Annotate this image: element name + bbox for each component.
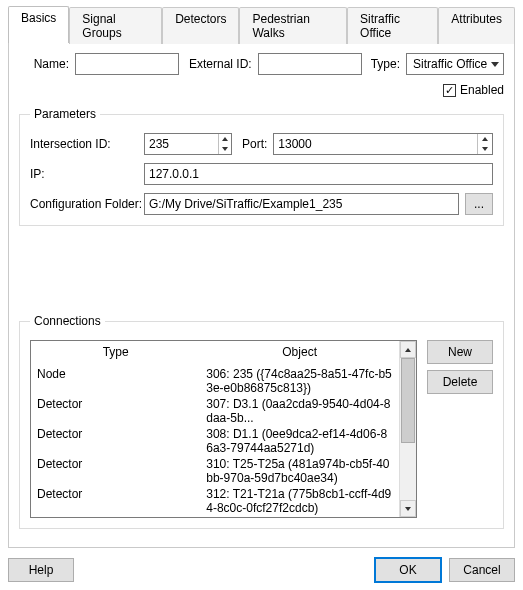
scroll-thumb[interactable] <box>401 358 415 443</box>
type-select-value: Sitraffic Office <box>413 57 487 71</box>
column-header-type[interactable]: Type <box>31 341 200 367</box>
connections-legend: Connections <box>30 314 105 328</box>
cancel-button[interactable]: Cancel <box>449 558 515 582</box>
ip-input[interactable] <box>144 163 493 185</box>
port-input[interactable] <box>274 134 477 154</box>
list-item[interactable]: Detector 310: T25-T25a (481a974b-cb5f-40… <box>31 457 399 487</box>
scroll-down-icon[interactable] <box>400 500 416 517</box>
list-item[interactable]: Node 306: 235 ({74c8aa25-8a51-47fc-b53e-… <box>31 367 399 397</box>
check-icon: ✓ <box>443 84 456 97</box>
config-folder-label: Configuration Folder: <box>30 197 138 211</box>
chevron-down-icon <box>491 62 499 67</box>
delete-button[interactable]: Delete <box>427 370 493 394</box>
spin-up-icon[interactable] <box>478 134 492 144</box>
cell-object: 312: T21-T21a (775b8cb1-ccff-4d94-8c0c-0… <box>200 487 399 517</box>
cell-object: 310: T25-T25a (481a974b-cb5f-40bb-970a-5… <box>200 457 399 487</box>
list-item[interactable]: Detector 308: D1.1 (0ee9dca2-ef14-4d06-8… <box>31 427 399 457</box>
cell-object: 307: D3.1 (0aa2cda9-9540-4d04-8daa-5b... <box>200 397 399 427</box>
spin-down-icon[interactable] <box>478 144 492 154</box>
external-id-input[interactable] <box>258 53 362 75</box>
config-folder-input[interactable] <box>144 193 459 215</box>
port-stepper[interactable] <box>273 133 493 155</box>
tab-pedestrian-walks[interactable]: Pedestrian Walks <box>239 7 347 44</box>
external-id-label: External ID: <box>189 57 252 71</box>
port-label: Port: <box>242 137 267 151</box>
tab-attributes[interactable]: Attributes <box>438 7 515 44</box>
cell-type: Detector <box>31 487 200 517</box>
tab-signal-groups[interactable]: Signal Groups <box>69 7 162 44</box>
list-item[interactable]: Detector 307: D3.1 (0aa2cda9-9540-4d04-8… <box>31 397 399 427</box>
tab-basics[interactable]: Basics <box>8 6 69 43</box>
cell-type: Detector <box>31 397 200 427</box>
scrollbar[interactable] <box>399 341 416 517</box>
new-button[interactable]: New <box>427 340 493 364</box>
tab-sitraffic-office[interactable]: Sitraffic Office <box>347 7 438 44</box>
scroll-track[interactable] <box>400 358 416 500</box>
spin-up-icon[interactable] <box>219 134 231 144</box>
tab-panel-basics: Name: External ID: Type: Sitraffic Offic… <box>8 42 515 548</box>
type-label: Type: <box>371 57 400 71</box>
type-select[interactable]: Sitraffic Office <box>406 53 504 75</box>
enabled-checkbox[interactable]: ✓ Enabled <box>443 83 504 97</box>
intersection-id-stepper[interactable] <box>144 133 232 155</box>
tab-detectors[interactable]: Detectors <box>162 7 239 44</box>
scroll-up-icon[interactable] <box>400 341 416 358</box>
cell-type: Detector <box>31 457 200 487</box>
connections-list[interactable]: Type Object Node 306: 235 ({74c8aa25-8a5… <box>30 340 417 518</box>
parameters-group: Parameters Intersection ID: Port: <box>19 107 504 226</box>
enabled-label: Enabled <box>460 83 504 97</box>
list-item[interactable]: Detector 312: T21-T21a (775b8cb1-ccff-4d… <box>31 487 399 517</box>
cell-type: Detector <box>31 427 200 457</box>
cell-object: 306: 235 ({74c8aa25-8a51-47fc-b53e-e0b86… <box>200 367 399 397</box>
ip-label: IP: <box>30 167 138 181</box>
intersection-id-input[interactable] <box>145 134 218 154</box>
column-header-object[interactable]: Object <box>200 341 399 367</box>
cell-object: 308: D1.1 (0ee9dca2-ef14-4d06-86a3-79744… <box>200 427 399 457</box>
cell-type: Node <box>31 367 200 397</box>
help-button[interactable]: Help <box>8 558 74 582</box>
parameters-legend: Parameters <box>30 107 100 121</box>
browse-button[interactable]: ... <box>465 193 493 215</box>
name-input[interactable] <box>75 53 179 75</box>
intersection-id-label: Intersection ID: <box>30 137 138 151</box>
ok-button[interactable]: OK <box>375 558 441 582</box>
name-label: Name: <box>19 57 69 71</box>
spin-down-icon[interactable] <box>219 144 231 154</box>
tab-strip: Basics Signal Groups Detectors Pedestria… <box>8 5 515 42</box>
connections-group: Connections Type Object Node 306: 235 ({… <box>19 314 504 529</box>
